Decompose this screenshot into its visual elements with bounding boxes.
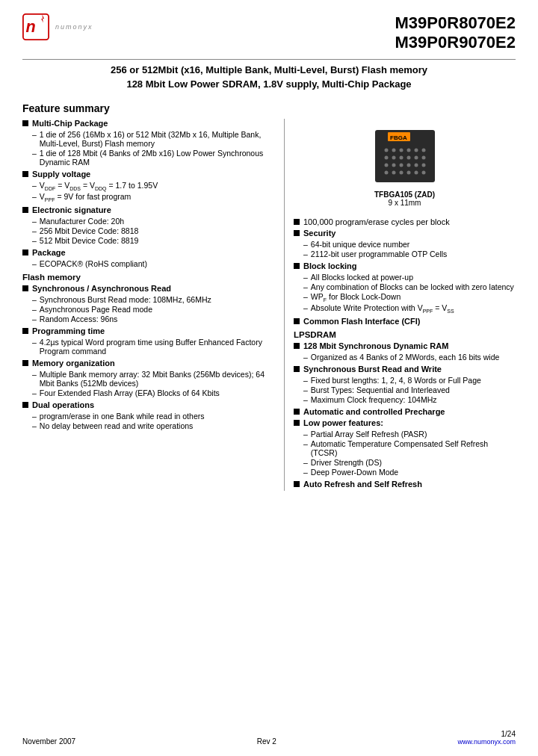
cfi-bullet: Common Flash Interface (CFI) <box>294 317 516 326</box>
electronic-label: Electronic signature <box>32 205 111 214</box>
dual-ops-bullet: Dual operations <box>22 400 276 409</box>
program-erase-label: 100,000 program/erase cycles per block <box>303 217 450 226</box>
sdram128-item-1: Organized as 4 Banks of 2 MWords, each 1… <box>311 353 500 362</box>
dash-icon: – <box>32 192 37 201</box>
page: n numonyx M39P0R8070E2 M39P0R9070E2 256 … <box>0 0 538 756</box>
auto-precharge-bullet: Automatic and controlled Precharge <box>294 407 516 416</box>
package-label: Package <box>32 248 66 257</box>
dash-icon: – <box>303 439 308 448</box>
dash-icon: – <box>32 388 37 397</box>
supply-label: Supply voltage <box>32 170 90 179</box>
bullet-square-icon <box>22 171 28 177</box>
list-item: – Deep Power-Down Mode <box>303 468 516 477</box>
subtitle-bar: 256 or 512Mbit (x16, Multiple Bank, Mult… <box>22 59 516 92</box>
chip-size: 9 x 11mm <box>389 199 421 207</box>
dash-icon: – <box>32 130 37 139</box>
bullet-square-icon <box>294 420 300 426</box>
auto-refresh-label: Auto Refresh and Self Refresh <box>303 480 422 489</box>
footer-rev: Rev 2 <box>257 737 276 746</box>
sync-burst-item-2: Burst Types: Sequential and Interleaved <box>311 385 450 394</box>
dash-icon: – <box>32 259 37 268</box>
dash-icon: – <box>32 217 37 226</box>
dash-icon: – <box>32 181 37 190</box>
dash-icon: – <box>303 292 308 301</box>
bullet-square-icon <box>294 318 300 324</box>
numonyx-text: numonyx <box>55 23 93 31</box>
list-item: – Burst Types: Sequential and Interleave… <box>303 385 516 394</box>
electronic-list: – Manufacturer Code: 20h – 256 Mbit Devi… <box>32 217 276 245</box>
sync-burst-item-3: Maximum Clock frequency: 104MHz <box>311 395 437 404</box>
footer-right: 1/24 www.numonyx.com <box>457 730 516 746</box>
subtitle-line2: 128 Mbit Low Power SDRAM, 1.8V supply, M… <box>22 77 516 92</box>
electronic-item-2: 256 Mbit Device Code: 8818 <box>40 226 139 235</box>
dash-icon: – <box>32 412 37 421</box>
security-list: – 64-bit unique device number – 2112-bit… <box>303 240 516 258</box>
bullet-square-icon <box>294 481 300 487</box>
low-power-list: – Partial Array Self Refresh (PASR) – Au… <box>303 430 516 477</box>
svg-point-9 <box>406 148 410 152</box>
dash-icon: – <box>303 353 308 362</box>
part-number-1: M39P0R8070E2 <box>395 13 516 33</box>
memory-org-item-1: Multiple Bank memory array: 32 Mbit Bank… <box>40 370 276 388</box>
subtitle-line1: 256 or 512Mbit (x16, Multiple Bank, Mult… <box>22 63 516 78</box>
dash-icon: – <box>32 305 37 314</box>
multi-chip-item-2: 1 die of 128 Mbit (4 Banks of 2Mb x16) L… <box>40 149 276 167</box>
footer-date: November 2007 <box>22 737 75 746</box>
bullet-square-icon <box>22 402 28 408</box>
block-locking-item-1: All Blocks locked at power-up <box>311 273 413 282</box>
list-item: – ECOPACK® (RoHS compliant) <box>32 259 276 268</box>
list-item: – Synchronous Burst Read mode: 108MHz, 6… <box>32 295 276 304</box>
bullet-square-icon <box>294 343 300 349</box>
bullet-square-icon <box>22 285 28 291</box>
right-column: FBGA TFBGA105 (ZAD) 9 x 11mm <box>284 119 516 491</box>
svg-point-12 <box>384 155 388 159</box>
footer-page: 1/24 <box>501 730 516 738</box>
svg-text:n: n <box>26 17 36 36</box>
svg-point-19 <box>392 163 395 167</box>
list-item: – Driver Strength (DS) <box>303 458 516 467</box>
security-item-1: 64-bit unique device number <box>311 240 410 249</box>
low-power-item-2: Automatic Temperature Compensated Self R… <box>311 439 516 457</box>
dash-icon: – <box>32 226 37 235</box>
svg-point-25 <box>392 170 395 174</box>
svg-point-21 <box>406 163 410 167</box>
bullet-square-icon <box>294 366 300 372</box>
low-power-item-4: Deep Power-Down Mode <box>311 468 398 477</box>
block-locking-item-4: Absolute Write Protection with VPPF = VS… <box>311 303 454 314</box>
supply-item-1: VDDF = VDDS = VDDQ = 1.7 to 1.95V <box>40 181 158 191</box>
logo-area: n numonyx <box>22 13 93 40</box>
block-locking-list: – All Blocks locked at power-up – Any co… <box>303 273 516 314</box>
multi-chip-item-1: 1 die of 256 (16Mb x 16) or 512 Mbit (32… <box>40 130 276 148</box>
bullet-square-icon <box>22 120 28 126</box>
electronic-item-3: 512 Mbit Device Code: 8819 <box>40 236 139 245</box>
dash-icon: – <box>32 315 37 323</box>
flash-memory-title: Flash memory <box>22 273 276 282</box>
chip-image: FBGA <box>371 126 439 186</box>
dual-ops-item-2: No delay between read and write operatio… <box>40 421 193 430</box>
list-item: – Organized as 4 Banks of 2 MWords, each… <box>303 353 516 362</box>
program-erase-bullet: 100,000 program/erase cycles per block <box>294 217 516 226</box>
sync-async-item-1: Synchronous Burst Read mode: 108MHz, 66M… <box>40 295 211 304</box>
dash-icon: – <box>32 149 37 158</box>
sync-burst-bullet: Synchronous Burst Read and Write <box>294 365 516 374</box>
dash-icon: – <box>303 468 308 477</box>
sync-async-item-3: Random Access: 96ns <box>40 315 117 323</box>
svg-point-23 <box>421 163 425 167</box>
svg-point-15 <box>406 155 410 159</box>
memory-org-item-2: Four Extended Flash Array (EFA) Blocks o… <box>40 388 220 397</box>
two-col-layout: Multi-Chip Package – 1 die of 256 (16Mb … <box>22 119 516 491</box>
svg-point-16 <box>414 155 418 159</box>
list-item: – Four Extended Flash Array (EFA) Blocks… <box>32 388 276 397</box>
sync-async-label: Synchronous / Asynchronous Read <box>32 284 171 293</box>
chip-area: FBGA TFBGA105 (ZAD) 9 x 11mm <box>294 126 516 207</box>
header: n numonyx M39P0R8070E2 M39P0R9070E2 <box>22 13 516 53</box>
security-item-2: 2112-bit user programmable OTP Cells <box>311 250 447 258</box>
dash-icon: – <box>32 295 37 304</box>
multi-chip-bullet: Multi-Chip Package <box>22 119 276 128</box>
left-column: Multi-Chip Package – 1 die of 256 (16Mb … <box>22 119 276 491</box>
list-item: – Asynchronous Page Read mode <box>32 305 276 314</box>
sdram128-list: – Organized as 4 Banks of 2 MWords, each… <box>303 353 516 362</box>
svg-point-29 <box>421 170 425 174</box>
programming-bullet: Programming time <box>22 326 276 335</box>
auto-precharge-label: Automatic and controlled Precharge <box>303 407 445 416</box>
